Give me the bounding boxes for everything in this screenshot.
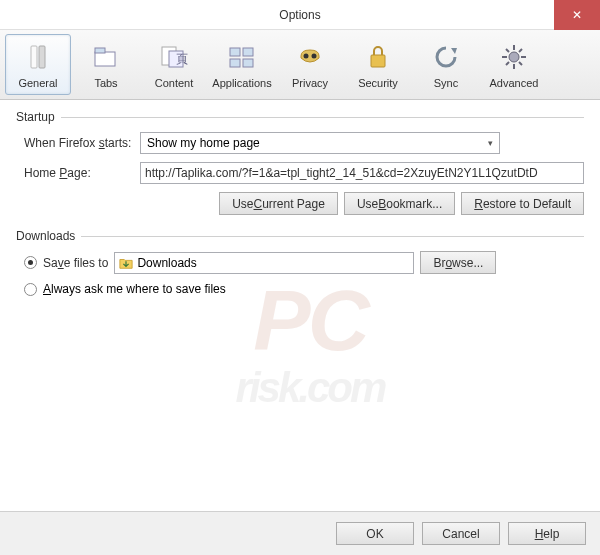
divider [61, 117, 584, 118]
homepage-input[interactable]: http://Taplika.com/?f=1&a=tpl_tight2_14_… [140, 162, 584, 184]
svg-line-20 [519, 62, 522, 65]
tab-privacy[interactable]: Privacy [277, 34, 343, 95]
when-starts-select[interactable]: Show my home page ▾ [140, 132, 500, 154]
svg-rect-9 [230, 59, 240, 67]
download-path-value: Downloads [137, 256, 196, 270]
homepage-label: Home Page: [24, 166, 134, 180]
tab-label: Applications [212, 77, 271, 89]
svg-rect-8 [243, 48, 253, 56]
tab-tabs[interactable]: Tabs [73, 34, 139, 95]
tab-general[interactable]: General [5, 34, 71, 95]
startup-group: Startup When Firefox starts: Show my hom… [16, 110, 584, 215]
sync-icon [430, 41, 462, 73]
advanced-icon [498, 41, 530, 73]
close-icon: ✕ [572, 8, 582, 22]
restore-default-button[interactable]: Restore to Default [461, 192, 584, 215]
svg-rect-0 [31, 46, 37, 68]
downloads-group: Downloads Save files to Downloads Browse… [16, 229, 584, 296]
download-path-field[interactable]: Downloads [114, 252, 414, 274]
svg-line-19 [506, 49, 509, 52]
svg-rect-13 [371, 55, 385, 67]
svg-rect-7 [230, 48, 240, 56]
svg-line-21 [506, 62, 509, 65]
svg-text:頁: 頁 [176, 52, 188, 66]
titlebar: Options ✕ [0, 0, 600, 30]
svg-rect-1 [39, 46, 45, 68]
tab-label: Sync [434, 77, 458, 89]
browse-button[interactable]: Browse... [420, 251, 496, 274]
use-bookmark-button[interactable]: Use Bookmark... [344, 192, 455, 215]
security-icon [362, 41, 394, 73]
tab-advanced[interactable]: Advanced [481, 34, 547, 95]
tab-content[interactable]: 頁 Content [141, 34, 207, 95]
privacy-icon [294, 41, 326, 73]
svg-point-12 [312, 53, 317, 58]
always-ask-radio[interactable] [24, 283, 37, 296]
homepage-value: http://Taplika.com/?f=1&a=tpl_tight2_14_… [145, 166, 538, 180]
always-ask-label: Always ask me where to save files [43, 282, 226, 296]
tab-sync[interactable]: Sync [413, 34, 479, 95]
svg-point-14 [509, 52, 519, 62]
cancel-button[interactable]: Cancel [422, 522, 500, 545]
applications-icon [226, 41, 258, 73]
tabs-icon [90, 41, 122, 73]
tab-label: General [18, 77, 57, 89]
chevron-down-icon: ▾ [488, 138, 493, 148]
general-icon [22, 41, 54, 73]
startup-title: Startup [16, 110, 61, 124]
use-current-page-button[interactable]: Use Current Page [219, 192, 338, 215]
dialog-footer: OK Cancel Help [0, 511, 600, 555]
svg-rect-2 [95, 52, 115, 66]
svg-line-22 [519, 49, 522, 52]
downloads-title: Downloads [16, 229, 81, 243]
save-files-to-label: Save files to [43, 256, 108, 270]
tab-applications[interactable]: Applications [209, 34, 275, 95]
close-button[interactable]: ✕ [554, 0, 600, 30]
svg-rect-3 [95, 48, 105, 53]
tab-label: Content [155, 77, 194, 89]
when-starts-label: When Firefox starts: [24, 136, 134, 150]
tab-security[interactable]: Security [345, 34, 411, 95]
window-title: Options [0, 8, 600, 22]
category-toolbar: General Tabs 頁 Content Applications Priv… [0, 30, 600, 100]
content-area: Startup When Firefox starts: Show my hom… [0, 100, 600, 320]
help-button[interactable]: Help [508, 522, 586, 545]
content-icon: 頁 [158, 41, 190, 73]
svg-rect-10 [243, 59, 253, 67]
tab-label: Security [358, 77, 398, 89]
svg-point-11 [304, 53, 309, 58]
save-files-to-radio[interactable] [24, 256, 37, 269]
tab-label: Privacy [292, 77, 328, 89]
select-value: Show my home page [147, 136, 260, 150]
folder-icon [119, 256, 133, 270]
tab-label: Advanced [490, 77, 539, 89]
tab-label: Tabs [94, 77, 117, 89]
ok-button[interactable]: OK [336, 522, 414, 545]
watermark: PCrisk.com [60, 280, 560, 408]
divider [81, 236, 584, 237]
